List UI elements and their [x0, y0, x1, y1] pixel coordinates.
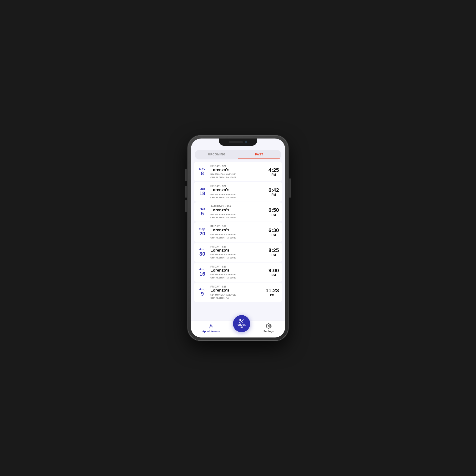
- address-line1: 514 MCKEAN AVENUE,: [210, 213, 266, 216]
- business-name: Lorenzo's: [210, 187, 266, 192]
- date-day: 18: [197, 191, 207, 196]
- time-ampm: PM: [269, 193, 279, 196]
- business-name: Lorenzo's: [210, 168, 266, 172]
- time-ampm: PM: [269, 173, 279, 176]
- nav-appointments[interactable]: Appointments: [202, 323, 220, 333]
- info-col: FRIDAY - $20 Lorenzo's 514 MCKEAN AVENUE…: [210, 185, 266, 199]
- time-col: 8:25 PM: [269, 248, 279, 256]
- date-month: Aug: [197, 288, 207, 291]
- address-line2: CHARLEROI, PA 15022: [210, 256, 266, 259]
- time-hour: 6:30: [269, 227, 279, 233]
- notch-speaker: [229, 141, 243, 143]
- appointment-item[interactable]: Oct 5 SATURDAY - $20 Lorenzo's 514 MCKEA…: [194, 202, 282, 221]
- day-price: FRIDAY - $20: [210, 225, 266, 228]
- address-line1: 514 MCKEAN AVENUE,: [210, 253, 266, 256]
- scissors-icon: [239, 319, 244, 324]
- appointment-item[interactable]: Oct 18 FRIDAY - $20 Lorenzo's 514 MCKEAN…: [194, 182, 282, 201]
- tab-past[interactable]: PAST: [238, 151, 280, 158]
- date-day: 16: [197, 271, 207, 277]
- date-col: Nov 8: [197, 167, 207, 176]
- time-hour: 8:25: [269, 248, 279, 253]
- time-hour: 9:00: [269, 268, 279, 273]
- info-col: FRIDAY - $20 Lorenzo's 514 MCKEAN AVENUE…: [210, 245, 266, 259]
- date-day: 8: [197, 171, 207, 176]
- address-line2: CHARLEROI, PA 15022: [210, 176, 266, 178]
- date-col: Aug 9: [197, 288, 207, 297]
- time-hour: 6:50: [269, 207, 279, 213]
- appointments-nav-label: Appointments: [202, 330, 220, 333]
- business-name: Lorenzo's: [210, 248, 266, 253]
- date-col: Aug 16: [197, 268, 207, 277]
- nav-settings[interactable]: Settings: [263, 323, 274, 333]
- address-line1: 514 MCKEAN AVENUE,: [210, 233, 266, 236]
- date-col: Aug 30: [197, 248, 207, 257]
- info-col: FRIDAY - $20 Lorenzo's 514 MCKEAN AVENUE…: [210, 265, 266, 279]
- bottom-nav: Appointments CHECKIN: [191, 321, 285, 338]
- address-line2: CHARLEROI, PA 15022: [210, 196, 266, 199]
- date-col: Sep 20: [197, 227, 207, 237]
- time-col: 4:25 PM: [269, 167, 279, 176]
- time-col: 6:30 PM: [269, 227, 279, 237]
- svg-point-0: [210, 324, 212, 326]
- business-name: Lorenzo's: [210, 228, 266, 233]
- address-line1: 514 MCKEAN AVENUE,: [210, 173, 266, 175]
- date-col: Oct 5: [197, 207, 207, 217]
- app-content: UPCOMING PAST Nov 8 FRIDAY - $20 Lorenzo…: [191, 138, 285, 338]
- address-line1: 514 MCKEAN AVENUE,: [210, 273, 266, 276]
- time-ampm: PM: [269, 253, 279, 256]
- address-line2: CHARLEROI, PA: [210, 297, 263, 299]
- date-col: Oct 18: [197, 187, 207, 196]
- check-in-label: CHECKIN: [238, 324, 246, 329]
- info-col: FRIDAY - $20 Lorenzo's 514 MCKEAN AVENUE…: [210, 225, 266, 239]
- date-month: Nov: [197, 167, 207, 171]
- address-line2: CHARLEROI, PA 15022: [210, 216, 266, 219]
- time-col: 11:23 PM: [266, 288, 279, 297]
- time-ampm: PM: [269, 273, 279, 277]
- date-day: 9: [197, 291, 207, 297]
- info-col: FRIDAY - $20 Lorenzo's 514 MCKEAN AVENUE…: [210, 165, 266, 178]
- address-line2: CHARLEROI, PA 15022: [210, 236, 266, 239]
- date-month: Aug: [197, 268, 207, 271]
- day-price: FRIDAY - $20: [210, 185, 266, 187]
- time-col: 6:42 PM: [269, 187, 279, 196]
- svg-line-4: [242, 322, 243, 323]
- appointment-item[interactable]: Aug 9 FRIDAY - $25 Lorenzo's 514 MCKEAN …: [194, 283, 282, 302]
- day-price: SATURDAY - $20: [210, 205, 266, 208]
- date-month: Sep: [197, 227, 207, 231]
- info-col: FRIDAY - $25 Lorenzo's 514 MCKEAN AVENUE…: [210, 285, 263, 299]
- time-col: 9:00 PM: [269, 268, 279, 277]
- appointment-item[interactable]: Sep 20 FRIDAY - $20 Lorenzo's 514 MCKEAN…: [194, 222, 282, 241]
- time-col: 6:50 PM: [269, 207, 279, 216]
- date-month: Oct: [197, 187, 207, 191]
- phone-frame: UPCOMING PAST Nov 8 FRIDAY - $20 Lorenzo…: [188, 136, 288, 340]
- tab-upcoming[interactable]: UPCOMING: [196, 151, 238, 158]
- date-month: Oct: [197, 207, 207, 211]
- person-icon: [208, 323, 214, 329]
- svg-line-5: [241, 321, 242, 322]
- appointment-item[interactable]: Aug 30 FRIDAY - $20 Lorenzo's 514 MCKEAN…: [194, 242, 282, 262]
- business-name: Lorenzo's: [210, 268, 266, 273]
- time-ampm: PM: [266, 293, 279, 297]
- time-hour: 6:42: [269, 187, 279, 193]
- date-month: Aug: [197, 248, 207, 251]
- settings-nav-label: Settings: [263, 330, 274, 333]
- address-line2: CHARLEROI, PA 15022: [210, 276, 266, 279]
- day-price: FRIDAY - $20: [210, 165, 266, 168]
- appointment-item[interactable]: Nov 8 FRIDAY - $20 Lorenzo's 514 MCKEAN …: [194, 162, 282, 181]
- date-day: 20: [197, 231, 207, 237]
- time-hour: 4:25: [269, 167, 279, 173]
- day-price: FRIDAY - $20: [210, 265, 266, 268]
- day-price: FRIDAY - $25: [210, 285, 263, 288]
- tabs-container: UPCOMING PAST: [195, 150, 281, 159]
- business-name: Lorenzo's: [210, 288, 263, 293]
- business-name: Lorenzo's: [210, 208, 266, 213]
- notch-camera: [245, 141, 247, 143]
- svg-point-6: [268, 325, 270, 327]
- day-price: FRIDAY - $20: [210, 245, 266, 248]
- notch: [219, 138, 257, 146]
- info-col: SATURDAY - $20 Lorenzo's 514 MCKEAN AVEN…: [210, 205, 266, 219]
- phone-screen: UPCOMING PAST Nov 8 FRIDAY - $20 Lorenzo…: [191, 138, 285, 338]
- appointment-item[interactable]: Aug 16 FRIDAY - $20 Lorenzo's 514 MCKEAN…: [194, 262, 282, 282]
- check-in-button[interactable]: CHECKIN: [233, 315, 250, 332]
- appointments-list: Nov 8 FRIDAY - $20 Lorenzo's 514 MCKEAN …: [191, 159, 285, 321]
